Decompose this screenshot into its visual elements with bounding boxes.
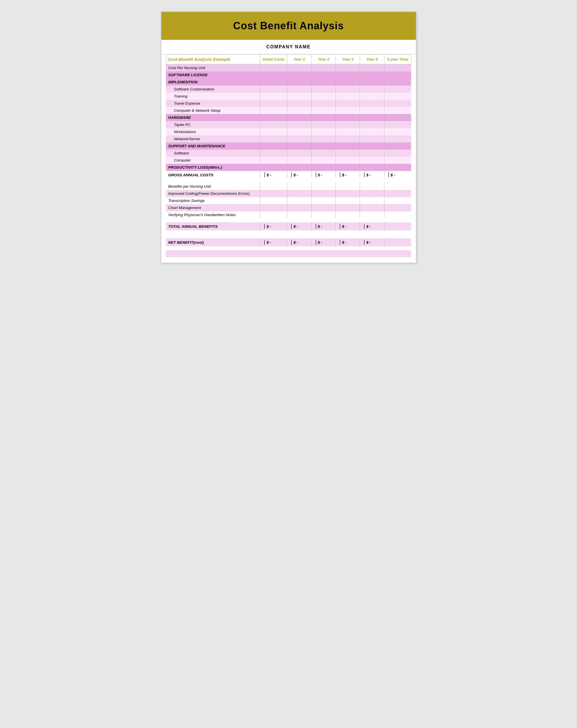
row-value xyxy=(384,114,411,121)
row-label: Computer & Network Setup xyxy=(166,107,260,114)
header-col3: Year 1 xyxy=(287,55,311,64)
row-value xyxy=(287,78,311,85)
row-label: Improved Coding(Fewer Documentioons Erro… xyxy=(166,190,260,197)
row-value: $ - xyxy=(360,171,384,179)
row-label: Benefits per Nursing Unit xyxy=(166,183,260,190)
row-value xyxy=(384,107,411,114)
row-value xyxy=(360,114,384,121)
table-row: Chart Management xyxy=(166,204,411,211)
row-value: $ - xyxy=(287,171,311,179)
spacer-row xyxy=(166,246,411,250)
row-value xyxy=(384,142,411,150)
row-value xyxy=(335,121,360,128)
row-value xyxy=(260,183,287,190)
row-value xyxy=(384,150,411,157)
row-value xyxy=(260,78,287,85)
row-value xyxy=(311,135,335,142)
row-label: GROSS ANNUAL COSTS xyxy=(166,171,260,179)
row-value xyxy=(384,238,411,246)
row-value xyxy=(384,164,411,171)
row-value xyxy=(260,93,287,100)
row-value xyxy=(287,107,311,114)
row-value xyxy=(311,190,335,197)
row-value xyxy=(384,100,411,107)
row-label: Verifying Physician's Handwritten Notes xyxy=(166,211,260,218)
row-value xyxy=(311,71,335,78)
spacer-row xyxy=(166,218,411,223)
table-row: Software Customization xyxy=(166,85,411,93)
row-value xyxy=(260,204,287,211)
row-value: $ - xyxy=(384,171,411,179)
row-value xyxy=(260,85,287,93)
row-value xyxy=(287,190,311,197)
row-value xyxy=(360,128,384,135)
table-row: Training xyxy=(166,93,411,100)
row-value xyxy=(335,93,360,100)
row-value xyxy=(335,78,360,85)
row-value xyxy=(260,128,287,135)
row-value xyxy=(335,114,360,121)
row-label: IMPLEMENTION xyxy=(166,78,260,85)
row-value xyxy=(287,128,311,135)
analysis-table: Cost-Benefit Analysis Example Initial Co… xyxy=(166,54,411,257)
row-label: SUPPORT AND MAINTENANCE xyxy=(166,142,260,150)
row-value: $ - xyxy=(260,238,287,246)
row-value xyxy=(260,164,287,171)
row-value xyxy=(360,121,384,128)
row-value xyxy=(335,107,360,114)
row-label: PRODUCTIVITY LOSS(40hrs.) xyxy=(166,164,260,171)
row-value xyxy=(384,128,411,135)
table-row: Transcription Savings xyxy=(166,197,411,204)
header-col6: Year 4 xyxy=(360,55,384,64)
table-row: SOFTWARE LICENSE xyxy=(166,71,411,78)
row-value xyxy=(335,150,360,157)
row-value xyxy=(260,107,287,114)
row-value xyxy=(335,135,360,142)
row-value xyxy=(260,142,287,150)
row-value xyxy=(287,211,311,218)
row-value xyxy=(311,211,335,218)
row-value xyxy=(287,64,311,72)
row-value xyxy=(260,157,287,164)
row-value xyxy=(311,183,335,190)
row-label: Software Customization xyxy=(166,85,260,93)
row-value xyxy=(335,157,360,164)
table-row: HARDWARE xyxy=(166,114,411,121)
row-value xyxy=(287,142,311,150)
table-row: NET BENEFIT(cost)$ -$ -$ -$ -$ - xyxy=(166,238,411,246)
row-value xyxy=(311,150,335,157)
row-value xyxy=(311,128,335,135)
row-value xyxy=(335,85,360,93)
row-value: $ - xyxy=(311,171,335,179)
row-value xyxy=(360,190,384,197)
row-value xyxy=(287,71,311,78)
row-label: Taplet PC xyxy=(166,121,260,128)
row-value xyxy=(260,71,287,78)
row-label: NET BENEFIT(cost) xyxy=(166,238,260,246)
row-value xyxy=(360,93,384,100)
row-value: $ - xyxy=(260,223,287,230)
row-value xyxy=(287,135,311,142)
row-value: $ - xyxy=(335,171,360,179)
row-value xyxy=(360,107,384,114)
row-value xyxy=(287,164,311,171)
table-row: Network/Server xyxy=(166,135,411,142)
row-value xyxy=(384,121,411,128)
table-row: Cost Per Nursing Unit xyxy=(166,64,411,72)
row-label: Training xyxy=(166,93,260,100)
row-label: Computer xyxy=(166,157,260,164)
row-value xyxy=(384,157,411,164)
row-value xyxy=(311,78,335,85)
row-value: $ - xyxy=(311,223,335,230)
row-value: $ - xyxy=(335,223,360,230)
row-value xyxy=(360,71,384,78)
row-value xyxy=(287,114,311,121)
row-value xyxy=(260,197,287,204)
row-value xyxy=(287,93,311,100)
row-value xyxy=(335,197,360,204)
row-value xyxy=(335,211,360,218)
row-value: $ - xyxy=(311,238,335,246)
row-value xyxy=(260,121,287,128)
row-value xyxy=(384,190,411,197)
row-value xyxy=(384,197,411,204)
